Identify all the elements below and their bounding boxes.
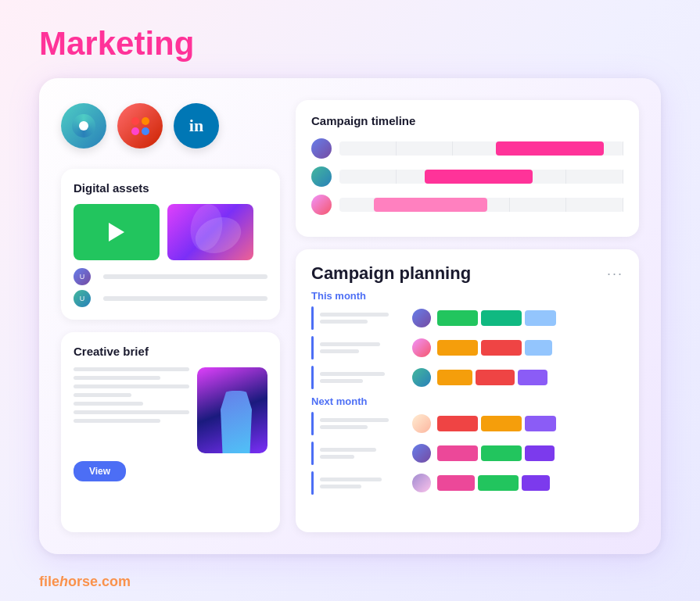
gradient-app-icon[interactable] bbox=[61, 103, 106, 148]
row-label-line-1 bbox=[320, 448, 376, 452]
planning-bars-1 bbox=[437, 310, 623, 326]
asset-line-1 bbox=[103, 274, 267, 279]
timeline-title: Campaign timeline bbox=[311, 114, 623, 127]
grid-col bbox=[510, 198, 567, 212]
planning-avatar-3 bbox=[412, 368, 431, 387]
pbar-1-3 bbox=[525, 310, 556, 326]
row-label-line-1 bbox=[320, 478, 382, 481]
pbar-2-3 bbox=[525, 340, 552, 356]
row-label-1 bbox=[320, 313, 406, 324]
adobe-dots bbox=[131, 117, 149, 135]
creative-brief-card: Creative brief View bbox=[61, 332, 280, 532]
row-label-line-1 bbox=[320, 342, 380, 346]
planning-row-this-2 bbox=[311, 336, 623, 360]
planning-title: Campaign planning bbox=[311, 263, 471, 284]
brief-line-4 bbox=[74, 393, 131, 397]
row-label-line-2 bbox=[320, 425, 368, 429]
creative-brief-title: Creative brief bbox=[74, 345, 267, 358]
row-label-5 bbox=[320, 448, 406, 459]
row-accent-bar bbox=[311, 412, 314, 435]
pbar-1-2 bbox=[481, 310, 522, 326]
row-label-line-1 bbox=[320, 313, 389, 317]
planning-bars-6 bbox=[437, 475, 623, 491]
planning-avatar-5 bbox=[412, 444, 431, 463]
pbar-6-1 bbox=[437, 475, 475, 491]
timeline-avatar-3 bbox=[311, 195, 332, 215]
pbar-4-2 bbox=[481, 416, 522, 431]
row-label-3 bbox=[320, 372, 406, 383]
digital-assets-title: Digital assets bbox=[74, 181, 267, 195]
timeline-bar-1 bbox=[496, 141, 604, 156]
filehorse-watermark: filehfilehorseorse.com bbox=[39, 574, 131, 590]
video-play-icon bbox=[109, 223, 124, 241]
grid-col bbox=[339, 141, 397, 156]
row-label-4 bbox=[320, 418, 406, 429]
pbar-5-2 bbox=[481, 445, 522, 461]
brief-line-3 bbox=[74, 385, 189, 388]
campaign-planning-card: Campaign planning ··· This month bbox=[296, 249, 639, 532]
brief-line-1 bbox=[74, 367, 189, 371]
row-accent-bar bbox=[311, 336, 314, 360]
pbar-2-2 bbox=[481, 340, 522, 356]
row-accent-bar bbox=[311, 366, 314, 389]
pbar-2-1 bbox=[437, 340, 478, 356]
gradient-circle bbox=[72, 114, 95, 138]
app-icons-row: in bbox=[61, 100, 280, 156]
watermark-text: filehfilehorseorse.com bbox=[39, 574, 131, 589]
next-month-label: Next month bbox=[311, 395, 623, 407]
pbar-4-1 bbox=[437, 416, 478, 431]
planning-avatar-1 bbox=[412, 309, 431, 327]
grid-col bbox=[397, 141, 454, 156]
grid-col bbox=[339, 170, 397, 184]
pbar-3-1 bbox=[437, 370, 472, 385]
planning-bars-3 bbox=[437, 370, 623, 385]
brief-text-lines bbox=[74, 367, 189, 453]
adobe-dot-2 bbox=[142, 117, 149, 125]
digital-assets-card: Digital assets U U bbox=[61, 169, 280, 320]
brief-view-button[interactable]: View bbox=[74, 461, 126, 481]
more-options-icon[interactable]: ··· bbox=[607, 266, 623, 282]
adobe-dot-3 bbox=[131, 127, 139, 135]
row-label-line-2 bbox=[320, 379, 363, 383]
pbar-3-3 bbox=[518, 370, 547, 385]
timeline-row-1 bbox=[311, 138, 623, 159]
brief-image bbox=[197, 367, 267, 453]
watermark-dot: .com bbox=[98, 574, 131, 589]
video-thumbnail[interactable] bbox=[74, 204, 160, 260]
row-label-6 bbox=[320, 478, 406, 488]
pbar-3-2 bbox=[476, 370, 515, 385]
linkedin-in-text: in bbox=[189, 116, 203, 136]
page-title: Marketing bbox=[39, 25, 194, 63]
row-label-line-2 bbox=[320, 485, 361, 488]
swirl-decoration bbox=[175, 204, 246, 260]
planning-row-next-1 bbox=[311, 412, 623, 435]
brief-line-5 bbox=[74, 402, 143, 406]
asset-user-row-2: U bbox=[74, 290, 267, 307]
grid-col bbox=[566, 170, 623, 184]
row-accent-bar bbox=[311, 471, 314, 495]
campaign-timeline-card: Campaign timeline bbox=[296, 100, 639, 237]
asset-avatar-1: U bbox=[74, 268, 91, 285]
planning-avatar-4 bbox=[412, 414, 431, 433]
timeline-bar-3 bbox=[374, 198, 487, 212]
planning-bars-5 bbox=[437, 445, 623, 461]
adobe-cc-icon[interactable] bbox=[117, 103, 163, 148]
planning-row-this-3 bbox=[311, 366, 623, 389]
timeline-avatar-1 bbox=[311, 138, 332, 159]
row-label-line-2 bbox=[320, 349, 359, 353]
main-card: in Digital assets U bbox=[39, 78, 661, 554]
planning-avatar-6 bbox=[412, 474, 431, 492]
row-label-line-1 bbox=[320, 372, 385, 376]
row-label-2 bbox=[320, 342, 406, 353]
brief-line-7 bbox=[74, 419, 160, 423]
image-thumbnail[interactable] bbox=[167, 204, 253, 260]
row-accent-bar bbox=[311, 442, 314, 465]
row-label-line-1 bbox=[320, 418, 389, 422]
asset-thumbnails bbox=[74, 204, 267, 260]
pbar-6-2 bbox=[478, 475, 519, 491]
brief-content bbox=[74, 367, 267, 453]
timeline-avatar-2 bbox=[311, 166, 332, 187]
row-accent-bar bbox=[311, 306, 314, 330]
linkedin-icon[interactable]: in bbox=[174, 103, 219, 148]
brief-line-2 bbox=[74, 376, 160, 380]
